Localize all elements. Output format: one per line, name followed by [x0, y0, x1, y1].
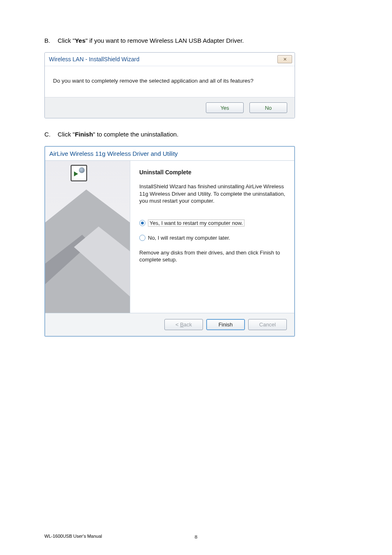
instruction-b-text-prefix: Click " [58, 37, 75, 44]
instruction-b-bold: Yes [75, 37, 85, 44]
dialog1-title: Wireless LAN - InstallShield Wizard [49, 56, 139, 62]
document-page: B. Click "Yes" if you want to remove Wir… [0, 0, 392, 555]
page-number: 8 [195, 534, 198, 540]
radio-restart-later-label: No, I will restart my computer later. [148, 235, 230, 241]
dialog2-content: Uninstall Complete InstallShield Wizard … [45, 160, 294, 313]
uninstall-complete-dialog: AirLive Wireless 11g Wireless Driver and… [44, 146, 295, 337]
footer-left: WL-1600USB User's Manual [44, 534, 102, 539]
radio-icon-unselected [139, 235, 145, 241]
instruction-c: C. Click "Finish" to complete the uninst… [44, 131, 348, 138]
cancel-button: Cancel [248, 319, 287, 330]
yes-button-label: Yes [220, 105, 229, 111]
radio-restart-now-label: Yes, I want to restart my computer now. [148, 220, 244, 227]
finish-button[interactable]: Finish [206, 319, 245, 330]
back-button-label: < Back [175, 321, 192, 328]
cancel-button-label: Cancel [259, 321, 276, 328]
confirm-remove-dialog: Wireless LAN - InstallShield Wizard ✕ Do… [44, 52, 295, 118]
radio-restart-now[interactable]: Yes, I want to restart my computer now. [139, 220, 285, 227]
instruction-c-bold: Finish [75, 131, 93, 138]
dialog2-right-pane: Uninstall Complete InstallShield Wizard … [130, 161, 294, 313]
instruction-c-text-suffix: " to complete the uninstallation. [93, 131, 178, 138]
yes-button[interactable]: Yes [206, 102, 244, 113]
dialog2-button-bar: < Back Finish Cancel [45, 313, 294, 336]
dialog2-title: AirLive Wireless 11g Wireless Driver and… [45, 147, 294, 160]
wizard-side-image [45, 161, 130, 313]
close-icon: ✕ [283, 57, 287, 62]
dialog1-button-bar: Yes No [45, 97, 295, 118]
radio-restart-later[interactable]: No, I will restart my computer later. [139, 235, 285, 241]
page-footer: WL-1600USB User's Manual 8 [44, 534, 348, 539]
finish-button-label: Finish [219, 321, 233, 328]
no-button[interactable]: No [249, 102, 287, 113]
dialog1-titlebar: Wireless LAN - InstallShield Wizard ✕ [45, 53, 295, 66]
instruction-c-letter: C. [44, 131, 56, 138]
installer-box-icon [71, 165, 87, 181]
instruction-b-text-suffix: " if you want to remove Wireless LAN USB… [85, 37, 244, 44]
no-button-label: No [265, 105, 272, 111]
instruction-b-letter: B. [44, 37, 56, 44]
radio-icon-selected [139, 220, 145, 226]
uninstall-complete-description: InstallShield Wizard has finished uninst… [139, 183, 285, 205]
dialog1-message: Do you want to completely remove the sel… [53, 78, 254, 84]
remove-disks-note: Remove any disks from their drives, and … [139, 249, 285, 264]
uninstall-complete-heading: Uninstall Complete [139, 169, 285, 176]
close-button[interactable]: ✕ [277, 55, 292, 63]
dialog1-body: Do you want to completely remove the sel… [45, 66, 295, 97]
instruction-b: B. Click "Yes" if you want to remove Wir… [44, 37, 348, 44]
wizard-graphic-icon [45, 161, 130, 313]
instruction-c-text-prefix: Click " [58, 131, 75, 138]
back-button: < Back [164, 319, 203, 330]
